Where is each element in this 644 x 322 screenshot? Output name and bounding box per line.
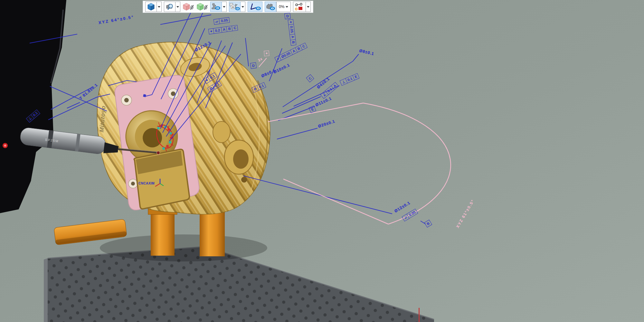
transparency-value-select[interactable]: 0% bbox=[276, 2, 291, 12]
axes-eye-icon bbox=[249, 3, 261, 11]
view-orientation-dropdown[interactable] bbox=[157, 2, 162, 12]
zoom-tools-dropdown[interactable] bbox=[175, 2, 180, 12]
3d-viewport[interactable] bbox=[0, 0, 644, 322]
pink-cube-hidden-icon bbox=[183, 3, 194, 11]
toggle-path-visibility-button[interactable] bbox=[293, 2, 306, 12]
toggle-label-visibility-button[interactable]: A bbox=[229, 2, 241, 12]
label-visibility-dropdown[interactable] bbox=[241, 2, 245, 12]
red-mark bbox=[419, 308, 420, 322]
coordinate-system-label: CNCAXIM bbox=[138, 182, 155, 185]
machine-eye-icon bbox=[211, 3, 221, 11]
toggle-pink-solid-button[interactable] bbox=[183, 2, 194, 12]
path-flag-icon bbox=[295, 3, 304, 11]
green-cube-hidden-icon bbox=[197, 3, 208, 11]
cmm-software-window: XYZ 64°±0.5° Y 81.8±0.1 ⊥ 0.1 ▱ 0.05 ⌖ 0… bbox=[0, 0, 644, 322]
path-visibility-dropdown[interactable] bbox=[306, 2, 311, 12]
camera-magnifier-icon bbox=[166, 3, 174, 11]
gdt-position-pink: ⌖ bbox=[264, 51, 270, 56]
transparency-value: 0% bbox=[279, 5, 284, 9]
part-eye-icon bbox=[266, 3, 275, 11]
toggle-green-solid-button[interactable] bbox=[196, 2, 208, 12]
toggle-axes-visibility-button[interactable] bbox=[248, 2, 262, 12]
svg-text:A: A bbox=[232, 5, 234, 9]
label-eye-icon: A bbox=[229, 3, 240, 11]
zoom-tools-button[interactable] bbox=[164, 2, 175, 12]
toggle-machine-visibility-button[interactable] bbox=[210, 2, 222, 12]
datum-d-mid: D bbox=[250, 62, 257, 69]
part-transparency-button[interactable] bbox=[265, 2, 276, 12]
machine-visibility-dropdown[interactable] bbox=[222, 2, 227, 12]
view-toolbar: A bbox=[143, 1, 313, 13]
cube-icon bbox=[147, 3, 155, 11]
datum-d-top: D bbox=[284, 13, 291, 19]
view-orientation-button[interactable] bbox=[145, 2, 157, 12]
